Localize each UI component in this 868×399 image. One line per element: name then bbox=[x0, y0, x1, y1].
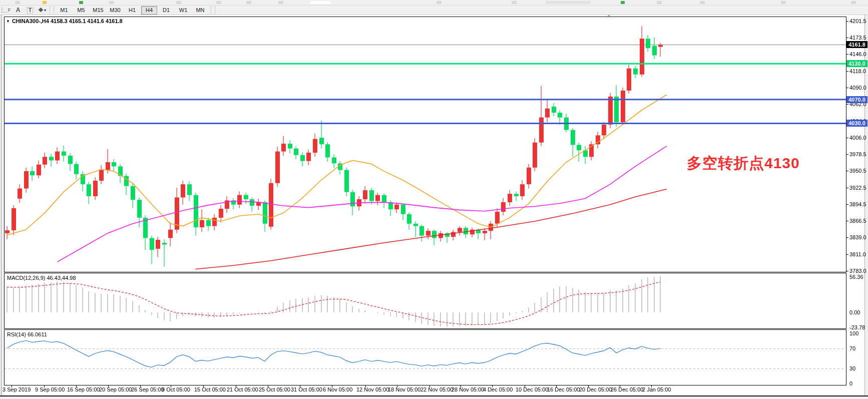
date-tick-label: 10 Dec 05:00 bbox=[516, 386, 548, 392]
date-tick-label: 9 Oct 05:00 bbox=[162, 386, 190, 392]
price-badge-4030-0: 4030.0 bbox=[846, 120, 867, 127]
window-left-border bbox=[0, 15, 4, 396]
date-tick-label: 6 Nov 05:00 bbox=[323, 386, 352, 392]
date-tick-label: 3 Sep 2019 bbox=[3, 386, 31, 392]
date-tick-label: 21 Oct 05:00 bbox=[227, 386, 258, 392]
date-tick-label: 16 Sep 05:00 bbox=[67, 386, 100, 392]
date-tick-label: 9 Sep 05:00 bbox=[35, 386, 65, 392]
date-tick-label: 15 Oct 05:00 bbox=[194, 386, 226, 392]
rsi-indicator-label: RSI(14) 66.0611 bbox=[7, 331, 47, 337]
price-tick-label: 4118.0 bbox=[849, 68, 866, 74]
price-tick-label: 4090.0 bbox=[849, 85, 866, 91]
mt4-terminal: F A T ❖▾ M1M5M15M30H1H4D1W1MN ▼CHINA300-… bbox=[0, 0, 868, 399]
price-tick-label: 3922.5 bbox=[849, 185, 866, 191]
date-tick-label: 12 Nov 05:00 bbox=[356, 386, 389, 392]
date-tick-label: 26 Sep 05:00 bbox=[131, 386, 164, 392]
price-tick-label: 3811.0 bbox=[849, 251, 866, 257]
symbol-dropdown-icon[interactable]: ▼ bbox=[6, 19, 10, 24]
price-tick-label: 4006.0 bbox=[849, 135, 866, 141]
date-tick-label: 22 Nov 05:00 bbox=[420, 386, 453, 392]
date-tick-label: 16 Dec 05:00 bbox=[547, 386, 580, 392]
chart-shift-marker-icon[interactable]: ▾ bbox=[608, 14, 610, 19]
rsi-tick-label: 100 bbox=[849, 330, 858, 336]
price-tick-label: 3866.5 bbox=[849, 218, 866, 224]
price-tick-label: 3978.5 bbox=[849, 151, 866, 157]
date-tick-label: 26 Dec 05:00 bbox=[611, 386, 643, 392]
date-tick-label: 31 Oct 05:00 bbox=[291, 386, 322, 392]
price-badge-4070-0: 4070.0 bbox=[846, 96, 867, 103]
rsi-tick-label: 30 bbox=[849, 365, 855, 371]
price-tick-label: 3839.0 bbox=[849, 234, 866, 240]
date-tick-label: 25 Oct 05:00 bbox=[259, 386, 290, 392]
macd-tick-label: 56.36 bbox=[849, 274, 863, 280]
chart-annotation-text: 多空转折点4130 bbox=[687, 153, 800, 174]
price-tick-label: 3783.0 bbox=[849, 268, 866, 274]
rsi-tick-label: 0 bbox=[849, 380, 852, 386]
chart-canvas[interactable] bbox=[0, 0, 868, 399]
price-tick-label: 3894.5 bbox=[849, 201, 866, 207]
date-tick-label: 2 Jan 05:00 bbox=[642, 386, 671, 392]
date-tick-label: 28 Nov 05:00 bbox=[452, 386, 484, 392]
date-tick-label: 20 Sep 05:00 bbox=[99, 386, 132, 392]
date-tick-label: 20 Dec 05:00 bbox=[579, 386, 612, 392]
chart-title: ▼CHINA300-,H4 4158.3 4165.1 4141.6 4161.… bbox=[6, 18, 123, 24]
price-tick-label: 3950.5 bbox=[849, 168, 866, 174]
chart-title-text: CHINA300-,H4 4158.3 4165.1 4141.6 4161.8 bbox=[12, 18, 123, 24]
price-tick-label: 4146.0 bbox=[849, 51, 866, 57]
terminal-panel-edge bbox=[0, 395, 868, 399]
date-tick-label: 4 Dec 05:00 bbox=[483, 386, 513, 392]
price-badge-4161-8: 4161.8 bbox=[846, 41, 867, 48]
rsi-tick-label: 70 bbox=[849, 345, 855, 351]
date-tick-label: 18 Nov 05:00 bbox=[388, 386, 420, 392]
macd-tick-label: 0.00 bbox=[849, 309, 860, 315]
price-tick-label: 4173.5 bbox=[849, 35, 866, 41]
macd-indicator-label: MACD(12,26,9) 46.43,44.98 bbox=[7, 275, 76, 281]
price-badge-4130-0: 4130.0 bbox=[846, 60, 867, 67]
price-tick-label: 4201.5 bbox=[849, 18, 866, 24]
macd-tick-label: -23.78 bbox=[849, 324, 865, 330]
